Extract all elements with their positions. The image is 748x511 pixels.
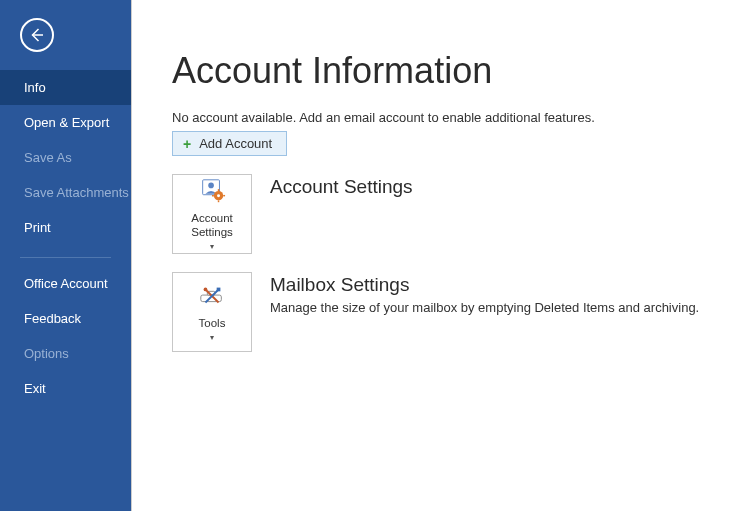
tools-icon: [197, 282, 227, 312]
section-desc: Manage the size of your mailbox by empty…: [270, 300, 699, 315]
sidebar-item-options: Options: [0, 336, 131, 371]
tools-button[interactable]: Tools ▾: [172, 272, 252, 352]
sidebar-item-save-as: Save As: [0, 140, 131, 175]
tile-label: Account Settings: [177, 211, 247, 240]
sidebar-item-open-export[interactable]: Open & Export: [0, 105, 131, 140]
add-account-label: Add Account: [199, 136, 272, 151]
svg-point-2: [208, 182, 214, 188]
sidebar-item-label: Options: [24, 346, 69, 361]
mailbox-settings-section: Tools ▾ Mailbox Settings Manage the size…: [172, 272, 708, 352]
page-subtitle: No account available. Add an email accou…: [172, 110, 708, 125]
sidebar-item-print[interactable]: Print: [0, 210, 131, 245]
account-settings-button[interactable]: Account Settings ▾: [172, 174, 252, 254]
section-title: Mailbox Settings: [270, 274, 699, 296]
sidebar-item-label: Print: [24, 220, 51, 235]
page-title: Account Information: [172, 50, 708, 92]
chevron-down-icon: ▾: [210, 334, 214, 342]
tile-label: Tools: [199, 316, 226, 330]
sidebar-item-label: Info: [24, 80, 46, 95]
sidebar-item-feedback[interactable]: Feedback: [0, 301, 131, 336]
sidebar-item-save-attachments: Save Attachments: [0, 175, 131, 210]
account-settings-section: Account Settings ▾ Account Settings: [172, 174, 708, 254]
sidebar-item-office-account[interactable]: Office Account: [0, 266, 131, 301]
section-title: Account Settings: [270, 176, 413, 198]
sidebar-item-label: Feedback: [24, 311, 81, 326]
sidebar-item-label: Save Attachments: [24, 185, 129, 200]
section-text: Mailbox Settings Manage the size of your…: [270, 272, 699, 315]
sidebar-item-exit[interactable]: Exit: [0, 371, 131, 406]
sidebar-separator: [20, 257, 111, 258]
sidebar-item-label: Office Account: [24, 276, 108, 291]
content-area: Account Information No account available…: [132, 0, 748, 511]
section-text: Account Settings: [270, 174, 413, 202]
add-account-button[interactable]: + Add Account: [172, 131, 287, 156]
sidebar-item-label: Open & Export: [24, 115, 109, 130]
arrow-left-icon: [28, 26, 46, 44]
svg-point-4: [217, 194, 220, 197]
back-button[interactable]: [20, 18, 54, 52]
sidebar-item-label: Save As: [24, 150, 72, 165]
file-sidebar: Info Open & Export Save As Save Attachme…: [0, 0, 132, 511]
svg-point-13: [204, 287, 208, 291]
plus-icon: +: [183, 137, 191, 151]
svg-rect-14: [217, 287, 221, 291]
user-gear-icon: [197, 177, 227, 207]
sidebar-item-label: Exit: [24, 381, 46, 396]
sidebar-item-info[interactable]: Info: [0, 70, 131, 105]
chevron-down-icon: ▾: [210, 243, 214, 251]
